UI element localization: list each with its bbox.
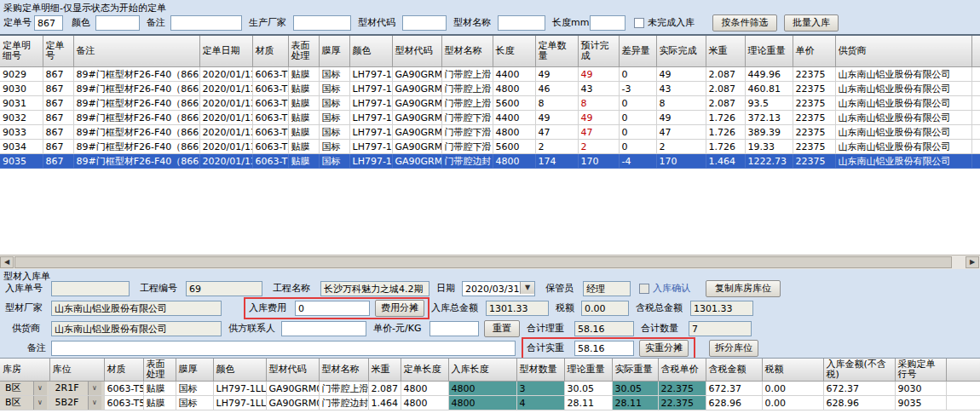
supplier-contact-input[interactable] — [281, 321, 366, 336]
order-table-cell[interactable]: 6063-T5 — [252, 82, 288, 96]
inbound-no-input[interactable] — [51, 281, 130, 296]
horizontal-scrollbar[interactable]: ◀ ▶ — [0, 255, 980, 269]
order-table-cell[interactable]: 5600 — [493, 140, 535, 154]
inbound-column-header[interactable]: 型材数量 — [516, 359, 564, 382]
unit-price-input[interactable] — [429, 321, 479, 336]
order-table-cell[interactable]: 4400 — [493, 111, 535, 125]
order-table-cell[interactable]: 6063-T5 — [252, 154, 288, 169]
order-table-cell[interactable]: 山东南山铝业股份有限公司 — [835, 140, 971, 154]
order-table-cell[interactable]: 174 — [535, 154, 578, 169]
inbound-table-cell[interactable]: 22.375 — [658, 382, 706, 396]
order-table-cell[interactable]: 山东南山铝业股份有限公司 — [835, 111, 971, 125]
inbound-table-cell[interactable]: 4800 — [401, 396, 448, 410]
order-table-cell[interactable]: 2020/01/13 — [199, 96, 252, 111]
order-table-cell[interactable]: 国标 — [319, 96, 349, 111]
order-table-cell[interactable]: GA90GRM03 — [392, 96, 441, 111]
filter-profile-code-input[interactable] — [402, 15, 447, 31]
order-table-cell[interactable]: 5600 — [493, 96, 535, 111]
inbound-column-header[interactable]: 表面处理 — [143, 359, 176, 382]
order-table-cell[interactable]: 山东南山铝业股份有限公司 — [835, 96, 971, 111]
order-table-cell[interactable] — [971, 67, 980, 82]
inbound-column-header[interactable]: 入库长度 — [448, 359, 516, 382]
order-table-cell[interactable]: 43 — [656, 82, 706, 96]
order-table-cell[interactable]: 9033 — [0, 125, 43, 140]
order-table-cell[interactable]: 89#门框型材F26-F40（866+867） — [73, 140, 199, 154]
scroll-left-button[interactable]: ◀ — [0, 256, 14, 268]
order-table-cell[interactable]: 47 — [535, 125, 578, 140]
inbound-table-cell[interactable] — [946, 382, 980, 396]
order-table-cell[interactable]: 6063-T5 — [252, 125, 288, 140]
order-table-cell[interactable]: 49 — [656, 67, 706, 82]
inbound-column-header[interactable]: 颜色 — [213, 359, 266, 382]
order-table-cell[interactable]: 2.087 — [706, 82, 745, 96]
order-table-row[interactable]: 903486789#门框型材F26-F40（866+867）2020/01/13… — [0, 140, 980, 154]
inbound-table-cell[interactable]: 9030 — [895, 382, 946, 396]
order-table-cell[interactable]: 1.726 — [706, 125, 745, 140]
order-table-cell[interactable]: 国标 — [319, 154, 349, 169]
slot-combo[interactable]: 5B2F∨ — [49, 396, 104, 410]
order-table-cell[interactable]: 2.087 — [706, 67, 745, 82]
project-name-input[interactable] — [320, 281, 429, 296]
order-table-cell[interactable]: 867 — [43, 96, 73, 111]
batch-inbound-button[interactable]: 批量入库 — [784, 14, 839, 32]
order-table-cell[interactable]: 贴膜 — [288, 140, 319, 154]
filter-length-input[interactable] — [590, 15, 625, 31]
order-table-cell[interactable]: 19.33 — [745, 140, 793, 154]
order-table-cell[interactable]: 贴膜 — [288, 96, 319, 111]
total-actual-weight-input[interactable] — [574, 341, 634, 356]
order-table-cell[interactable]: LH797-1LL0 — [349, 125, 392, 140]
inbound-table-cell[interactable]: 贴膜 — [143, 396, 176, 410]
filter-profile-name-input[interactable] — [498, 15, 545, 31]
order-table-cell[interactable]: 867 — [43, 82, 73, 96]
inbound-table-cell[interactable]: GA90GRM05 — [266, 396, 319, 410]
inbound-column-header[interactable]: 型材代码 — [266, 359, 319, 382]
order-table-cell[interactable]: 89#门框型材F26-F40（866+867） — [73, 96, 199, 111]
order-table-cell[interactable] — [971, 111, 980, 125]
order-table-cell[interactable]: 89#门框型材F26-F40（866+867） — [73, 125, 199, 140]
order-table-cell[interactable]: 867 — [43, 154, 73, 169]
order-table-cell[interactable]: -4 — [619, 154, 656, 169]
order-table-cell[interactable]: 8 — [578, 96, 619, 111]
inbound-column-header[interactable]: 定单长度 — [401, 359, 448, 382]
inbound-table-cell[interactable]: 贴膜 — [143, 382, 176, 396]
order-table-cell[interactable] — [971, 96, 980, 111]
order-column-header[interactable]: 定单号 — [43, 36, 73, 67]
order-table-cell[interactable]: 9035 — [0, 154, 43, 169]
inbound-column-header[interactable]: 入库金额(不含税) — [823, 359, 895, 382]
inbound-table-cell[interactable]: 672.37 — [706, 382, 762, 396]
inbound-table-row[interactable]: B区∨5B2F∨6063-T5贴膜国标LH797-1LL0GA90GRM05门带… — [0, 396, 980, 410]
order-table-cell[interactable]: 1.726 — [706, 111, 745, 125]
remark-input[interactable] — [51, 341, 516, 356]
inbound-column-header[interactable]: 膜厚 — [176, 359, 213, 382]
inbound-confirm-checkbox[interactable] — [639, 284, 649, 294]
inbound-table-cell[interactable]: 3 — [516, 382, 564, 396]
order-table-cell[interactable]: GA90GRM04 — [392, 111, 441, 125]
order-table-cell[interactable]: 贴膜 — [288, 154, 319, 169]
order-table-cell[interactable]: 9032 — [0, 111, 43, 125]
order-table-cell[interactable]: 国标 — [319, 82, 349, 96]
order-table-cell[interactable]: 门带腔下滑 — [441, 111, 493, 125]
inbound-table-cell[interactable]: 28.11 — [564, 396, 612, 410]
date-dropdown-button[interactable]: ▼ — [520, 282, 534, 294]
filter-remark-input[interactable] — [170, 15, 242, 31]
inbound-table-cell[interactable]: 4800 — [448, 396, 516, 410]
order-table-cell[interactable]: LH797-1LL0 — [349, 111, 392, 125]
order-table-cell[interactable]: 门带腔上滑 — [441, 96, 493, 111]
warehouse-combo[interactable]: B区∨ — [0, 382, 49, 396]
order-table-cell[interactable]: 6063-T5 — [252, 67, 288, 82]
order-table-cell[interactable]: 8 — [535, 96, 578, 111]
filter-order-no-input[interactable] — [34, 15, 63, 31]
order-table-cell[interactable]: 0 — [619, 125, 656, 140]
inbound-column-header[interactable]: 材质 — [104, 359, 143, 382]
order-table-cell[interactable]: 49 — [578, 67, 619, 82]
order-column-header[interactable]: 单价 — [793, 36, 835, 67]
inbound-column-header[interactable] — [946, 359, 980, 382]
inbound-table-cell[interactable]: 门带腔上滑 — [319, 382, 368, 396]
inbound-table-cell[interactable]: 6063-T5 — [104, 396, 143, 410]
order-table-cell[interactable]: 93.5 — [745, 96, 793, 111]
inbound-table-cell[interactable]: 628.96 — [706, 396, 762, 410]
order-table-cell[interactable]: 867 — [43, 67, 73, 82]
inbound-table-cell[interactable]: 4800 — [401, 382, 448, 396]
inbound-column-header[interactable]: 型材名称 — [319, 359, 368, 382]
order-table-cell[interactable]: 0 — [619, 111, 656, 125]
